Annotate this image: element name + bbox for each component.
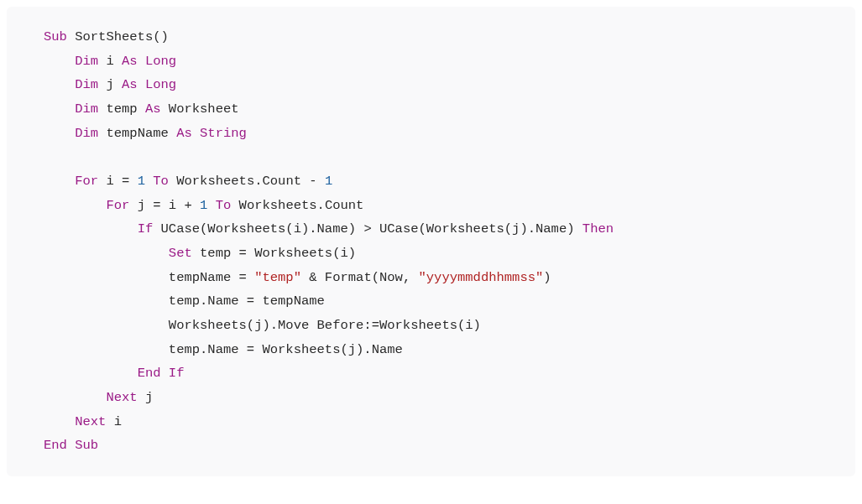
code-token-plain: temp.Name = tempName xyxy=(44,294,325,309)
code-token-plain: tempName = xyxy=(44,270,254,285)
code-token-plain: Worksheets.Count - xyxy=(169,174,325,189)
code-token-plain: i = xyxy=(98,174,138,189)
code-token-plain xyxy=(138,54,145,69)
code-line: Next i xyxy=(44,410,855,434)
code-token-plain xyxy=(44,198,106,213)
code-token-type: Long xyxy=(145,77,176,92)
code-token-plain xyxy=(67,438,75,453)
code-line: temp.Name = tempName xyxy=(44,289,855,314)
code-line: Sub SortSheets() xyxy=(44,25,855,49)
code-line: Dim i As Long xyxy=(44,49,855,74)
code-token-number: 1 xyxy=(325,174,332,189)
code-token-plain xyxy=(192,126,200,141)
code-token-plain: UCase(Worksheets(i).Name) > UCase(Worksh… xyxy=(153,221,583,236)
code-line xyxy=(44,145,855,169)
code-token-keyword: Set xyxy=(169,246,192,261)
code-token-plain xyxy=(44,246,169,261)
code-token-plain: Worksheets.Count xyxy=(231,198,363,213)
code-token-number: 1 xyxy=(200,198,207,213)
code-token-keyword: For xyxy=(75,174,98,189)
code-token-plain: temp xyxy=(98,101,145,117)
code-token-plain xyxy=(44,414,75,429)
code-token-keyword: As xyxy=(122,77,138,92)
code-line: End If xyxy=(44,361,855,386)
code-token-plain xyxy=(44,366,138,381)
code-line: If UCase(Worksheets(i).Name) > UCase(Wor… xyxy=(44,217,855,242)
code-token-keyword: If xyxy=(138,221,154,236)
code-token-keyword: Next xyxy=(106,390,137,405)
code-token-keyword: To xyxy=(216,198,232,213)
code-line: Worksheets(j).Move Before:=Worksheets(i) xyxy=(44,314,855,338)
code-token-plain xyxy=(161,366,169,381)
code-token-keyword: End xyxy=(138,366,161,381)
code-token-keyword: Dim xyxy=(75,101,98,117)
code-token-keyword: As xyxy=(145,101,161,117)
code-token-plain: ) xyxy=(543,270,551,285)
code-token-keyword: To xyxy=(153,174,169,189)
code-token-plain xyxy=(44,77,75,92)
code-line: temp.Name = Worksheets(j).Name xyxy=(44,338,855,362)
code-token-plain xyxy=(44,221,138,236)
code-token-keyword: Sub xyxy=(44,29,67,44)
code-line: Dim tempName As String xyxy=(44,122,855,146)
code-token-number: 1 xyxy=(138,174,145,189)
code-token-plain: j xyxy=(138,390,154,405)
code-token-keyword: As xyxy=(122,54,138,69)
code-line: Dim temp As Worksheet xyxy=(44,97,855,122)
code-token-plain: i xyxy=(106,414,122,429)
code-token-plain: SortSheets() xyxy=(67,29,169,44)
code-token-string: "yyyymmddhhmmss" xyxy=(419,270,544,285)
code-token-plain xyxy=(44,390,106,405)
code-token-plain: Worksheets(j).Move Before:=Worksheets(i) xyxy=(44,318,481,333)
code-token-plain xyxy=(145,174,153,189)
code-line: For i = 1 To Worksheets.Count - 1 xyxy=(44,169,855,194)
code-token-plain: i xyxy=(98,54,122,69)
code-container: Sub SortSheets() Dim i As Long Dim j As … xyxy=(44,25,855,458)
code-line: For j = i + 1 To Worksheets.Count xyxy=(44,194,855,218)
code-token-keyword: If xyxy=(169,366,185,381)
code-token-type: Long xyxy=(145,54,176,69)
code-token-plain xyxy=(207,198,215,213)
code-line: tempName = "temp" & Format(Now, "yyyymmd… xyxy=(44,266,855,290)
code-token-plain: tempName xyxy=(98,126,176,141)
code-token-plain: Worksheet xyxy=(161,101,239,117)
code-token-plain: & Format(Now, xyxy=(301,270,419,285)
code-token-keyword: Then xyxy=(583,221,614,236)
code-token-plain xyxy=(138,77,145,92)
code-token-keyword: Dim xyxy=(75,54,98,69)
code-token-plain: j = i + xyxy=(129,198,200,213)
code-token-plain xyxy=(44,126,75,141)
code-token-keyword: Dim xyxy=(75,126,98,141)
code-line: Next j xyxy=(44,386,855,410)
code-token-plain: temp.Name = Worksheets(j).Name xyxy=(44,342,403,357)
code-token-plain: temp = Worksheets(i) xyxy=(192,246,356,261)
code-token-keyword: As xyxy=(176,126,192,141)
code-token-plain xyxy=(44,54,75,69)
code-token-keyword: Dim xyxy=(75,77,98,92)
code-line: Set temp = Worksheets(i) xyxy=(44,242,855,266)
code-token-keyword: For xyxy=(106,198,129,213)
code-token-plain: j xyxy=(98,77,122,92)
code-line: End Sub xyxy=(44,434,855,458)
code-line: Dim j As Long xyxy=(44,73,855,97)
code-token-string: "temp" xyxy=(254,270,301,285)
code-token-type: String xyxy=(200,126,247,141)
code-block: Sub SortSheets() Dim i As Long Dim j As … xyxy=(7,7,855,476)
code-token-keyword: End xyxy=(44,438,67,453)
code-token-plain xyxy=(44,174,75,189)
code-token-keyword: Next xyxy=(75,414,106,429)
code-token-plain xyxy=(44,101,75,117)
code-token-keyword: Sub xyxy=(75,438,98,453)
